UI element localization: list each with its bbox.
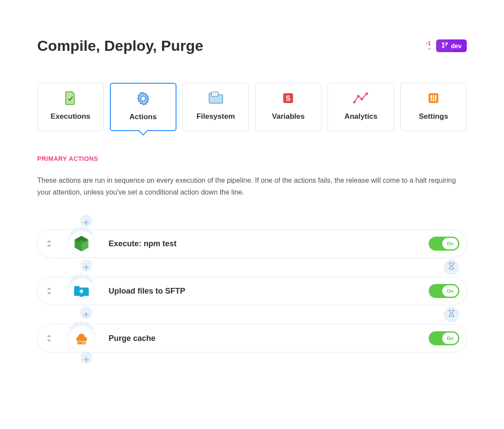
svg-marker-34 — [47, 340, 51, 342]
add-action-button[interactable] — [77, 350, 96, 369]
action-toggle[interactable]: On — [429, 331, 459, 345]
svg-point-16 — [435, 96, 437, 98]
page-title: Compile, Deploy, Purge — [37, 37, 203, 54]
node-icon — [68, 230, 95, 257]
svg-point-7 — [357, 95, 360, 98]
svg-rect-29 — [81, 291, 82, 293]
action-label[interactable]: Purge cache — [109, 334, 429, 343]
branch-label: dev — [451, 43, 462, 50]
svg-point-15 — [433, 99, 435, 101]
drag-handle[interactable] — [38, 239, 60, 248]
tab-label: Actions — [113, 113, 173, 121]
drag-handle[interactable] — [38, 334, 60, 343]
branch-icon — [441, 42, 448, 50]
svg-point-36 — [78, 343, 79, 344]
section-description: These actions are run in sequence on eve… — [37, 174, 467, 198]
tab-label: Settings — [403, 112, 464, 121]
runs-indicator: -1 – — [426, 41, 431, 51]
svg-marker-20 — [47, 245, 51, 247]
action-row: Execute: npm test On — [37, 230, 467, 258]
runs-count: -1 — [426, 41, 431, 46]
tab-analytics[interactable]: Analytics — [328, 83, 394, 131]
tabs: Executions Actions Filesystem S Variable… — [37, 83, 467, 131]
svg-marker-27 — [47, 292, 51, 294]
svg-point-2 — [446, 43, 447, 44]
toggle-label: On — [442, 285, 458, 297]
tab-actions[interactable]: Actions — [110, 83, 176, 131]
action-row: Purge cache On — [37, 324, 467, 352]
runs-dash: – — [426, 46, 431, 51]
svg-marker-33 — [47, 335, 51, 337]
gear-icon — [136, 91, 151, 108]
action-row: Upload files to SFTP On — [37, 277, 467, 305]
branch-badge[interactable]: dev — [436, 39, 467, 52]
svg-point-8 — [361, 98, 363, 100]
svg-point-9 — [366, 92, 368, 95]
folder-icon — [208, 92, 224, 106]
page-header: Compile, Deploy, Purge -1 – dev — [37, 37, 467, 54]
tab-settings[interactable]: Settings — [400, 83, 467, 131]
action-label[interactable]: Upload files to SFTP — [109, 287, 429, 296]
toggle-label: On — [442, 333, 458, 344]
check-file-icon — [64, 91, 77, 107]
tab-label: Analytics — [331, 112, 391, 121]
tab-label: Variables — [258, 112, 318, 121]
svg-point-0 — [442, 43, 444, 44]
drag-handle[interactable] — [38, 287, 60, 295]
svg-point-14 — [430, 96, 433, 98]
sleep-button[interactable] — [444, 260, 459, 275]
hourglass-icon — [448, 310, 455, 319]
svg-text:S: S — [286, 94, 291, 102]
action-toggle[interactable]: On — [429, 284, 459, 298]
dollar-box-icon: S — [282, 92, 295, 106]
action-label[interactable]: Execute: npm test — [109, 239, 429, 248]
svg-point-1 — [442, 46, 444, 47]
action-toggle[interactable]: On — [429, 237, 459, 251]
toggle-label: On — [442, 238, 458, 249]
sliders-icon — [427, 92, 440, 106]
header-right: -1 – dev — [426, 39, 467, 52]
sleep-button[interactable] — [444, 307, 459, 322]
upload-folder-icon — [68, 278, 95, 304]
svg-marker-19 — [47, 240, 51, 242]
tab-label: Executions — [40, 112, 101, 121]
tab-filesystem[interactable]: Filesystem — [183, 83, 249, 131]
section-title: Primary Actions — [37, 155, 467, 162]
actions-list: Execute: npm test On — [37, 213, 467, 369]
chart-icon — [353, 92, 368, 106]
hourglass-icon — [448, 262, 455, 272]
tab-label: Filesystem — [186, 112, 246, 121]
svg-rect-3 — [211, 92, 218, 96]
cloud-server-icon — [68, 325, 95, 351]
tab-variables[interactable]: S Variables — [255, 83, 321, 131]
svg-marker-26 — [47, 287, 51, 290]
tab-executions[interactable]: Executions — [37, 83, 104, 131]
